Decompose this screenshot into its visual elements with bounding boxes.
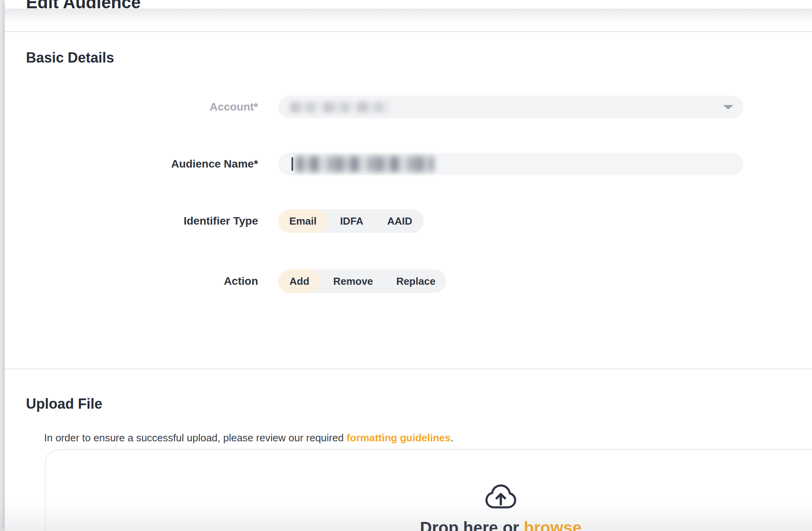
basic-details-heading: Basic Details — [26, 50, 114, 66]
identifier-type-row: Identifier Type Email IDFA AAID — [5, 209, 424, 233]
page-title: Edit Audience — [26, 0, 141, 11]
identifier-option-email[interactable]: Email — [278, 209, 328, 233]
browse-link[interactable]: browse — [524, 518, 581, 531]
text-caret — [292, 157, 293, 171]
formatting-guidelines-link[interactable]: formatting guidelines — [347, 432, 450, 444]
content-panel: Edit Audience Basic Details Account* Aud… — [5, 0, 812, 531]
drop-here-text: Drop here or — [420, 518, 524, 531]
account-value-redacted — [290, 102, 390, 112]
edit-audience-page: Edit Audience Basic Details Account* Aud… — [0, 0, 812, 531]
upload-file-heading: Upload File — [26, 396, 102, 412]
action-segmented-control: Add Remove Replace — [278, 269, 446, 293]
cloud-upload-icon — [483, 483, 519, 511]
dropzone-text: Drop here or browse — [420, 518, 582, 531]
account-label: Account* — [5, 101, 258, 113]
identifier-type-segmented-control: Email IDFA AAID — [278, 209, 424, 233]
header-divider — [5, 31, 812, 32]
upload-instructions: In order to ensure a successful upload, … — [44, 432, 453, 444]
action-option-replace[interactable]: Replace — [386, 269, 446, 293]
action-label: Action — [5, 275, 258, 288]
section-divider — [5, 369, 812, 369]
chevron-down-icon — [723, 105, 733, 109]
audience-name-value-redacted — [295, 156, 434, 172]
action-row: Action Add Remove Replace — [5, 269, 446, 293]
account-select[interactable] — [278, 96, 744, 118]
identifier-type-label: Identifier Type — [5, 215, 258, 227]
account-row: Account* — [5, 96, 744, 118]
audience-name-label: Audience Name* — [5, 158, 258, 170]
action-option-remove[interactable]: Remove — [321, 269, 386, 293]
identifier-option-aaid[interactable]: AAID — [376, 209, 424, 233]
file-dropzone[interactable]: Drop here or browse — [45, 449, 812, 531]
upload-instructions-text: In order to ensure a successful upload, … — [44, 432, 347, 444]
audience-name-input[interactable] — [278, 153, 744, 175]
upload-instructions-period: . — [450, 432, 453, 444]
identifier-option-idfa[interactable]: IDFA — [328, 209, 376, 233]
action-option-add[interactable]: Add — [278, 269, 321, 293]
audience-name-row: Audience Name* — [5, 153, 744, 175]
